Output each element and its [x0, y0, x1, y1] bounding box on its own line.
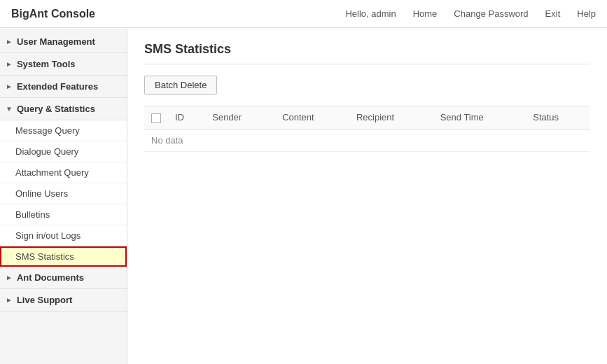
table-header-status: Status — [526, 106, 590, 130]
sidebar-items-query-statistics: Message Query Dialogue Query Attachment … — [0, 120, 127, 267]
sidebar-section-label: Query & Statistics — [17, 104, 95, 114]
nav-help[interactable]: Help — [577, 8, 596, 19]
chevron-icon: ► — [6, 83, 13, 90]
sidebar-item-sms-statistics[interactable]: SMS Statistics — [0, 246, 127, 267]
sidebar-section-label: System Tools — [17, 59, 76, 69]
sidebar-item-attachment-query[interactable]: Attachment Query — [0, 162, 127, 183]
sidebar-section-live-support[interactable]: ► Live Support — [0, 289, 127, 312]
no-data-label: No data — [144, 129, 590, 151]
sidebar: ► User Management ► System Tools ► Exten… — [0, 28, 127, 364]
top-nav-links: Hello, admin Home Change Password Exit H… — [345, 8, 596, 19]
data-table: ID Sender Content Recipient Send Time St… — [144, 106, 590, 152]
sidebar-section-ant-documents[interactable]: ► Ant Documents — [0, 267, 127, 289]
sidebar-section-label: User Management — [17, 36, 95, 47]
sidebar-item-sign-inout-logs[interactable]: Sign in/out Logs — [0, 225, 127, 246]
nav-change-password[interactable]: Change Password — [454, 8, 528, 19]
table-header-id: ID — [168, 106, 205, 130]
sidebar-item-dialogue-query[interactable]: Dialogue Query — [0, 141, 127, 162]
nav-exit[interactable]: Exit — [545, 8, 561, 19]
top-nav: BigAnt Console Hello, admin Home Change … — [0, 0, 607, 28]
sidebar-section-label: Extended Features — [17, 81, 98, 92]
chevron-icon: ► — [6, 274, 13, 281]
chevron-icon: ► — [6, 60, 13, 68]
sidebar-section-label: Live Support — [17, 295, 72, 305]
sidebar-item-bulletins[interactable]: Bulletins — [0, 204, 127, 225]
brand: BigAnt Console — [11, 8, 95, 20]
table-header-send-time: Send Time — [433, 106, 526, 130]
greeting: Hello, admin — [345, 8, 396, 19]
chevron-icon: ▼ — [6, 105, 13, 113]
table-header-content: Content — [275, 106, 349, 130]
sidebar-item-online-users[interactable]: Online Users — [0, 183, 127, 204]
table-header-sender: Sender — [205, 106, 275, 130]
sidebar-section-user-management[interactable]: ► User Management — [0, 31, 127, 53]
table-row-no-data: No data — [144, 129, 590, 151]
chevron-icon: ► — [6, 296, 13, 304]
content-area: SMS Statistics Batch Delete ID Sender Co… — [127, 28, 607, 364]
sidebar-item-message-query[interactable]: Message Query — [0, 120, 127, 141]
table-header-row: ID Sender Content Recipient Send Time St… — [144, 106, 590, 130]
toolbar: Batch Delete — [144, 76, 590, 94]
table-header-recipient: Recipient — [349, 106, 433, 130]
select-all-checkbox[interactable] — [151, 113, 161, 123]
sidebar-section-query-statistics[interactable]: ▼ Query & Statistics — [0, 98, 127, 120]
main-layout: ► User Management ► System Tools ► Exten… — [0, 28, 607, 364]
nav-home[interactable]: Home — [413, 8, 438, 19]
sidebar-section-system-tools[interactable]: ► System Tools — [0, 53, 127, 76]
page-title: SMS Statistics — [144, 42, 590, 64]
chevron-icon: ► — [6, 38, 13, 46]
sidebar-section-label: Ant Documents — [17, 272, 84, 283]
batch-delete-button[interactable]: Batch Delete — [144, 76, 217, 94]
table-header-checkbox — [144, 106, 168, 130]
sidebar-section-extended-features[interactable]: ► Extended Features — [0, 76, 127, 98]
